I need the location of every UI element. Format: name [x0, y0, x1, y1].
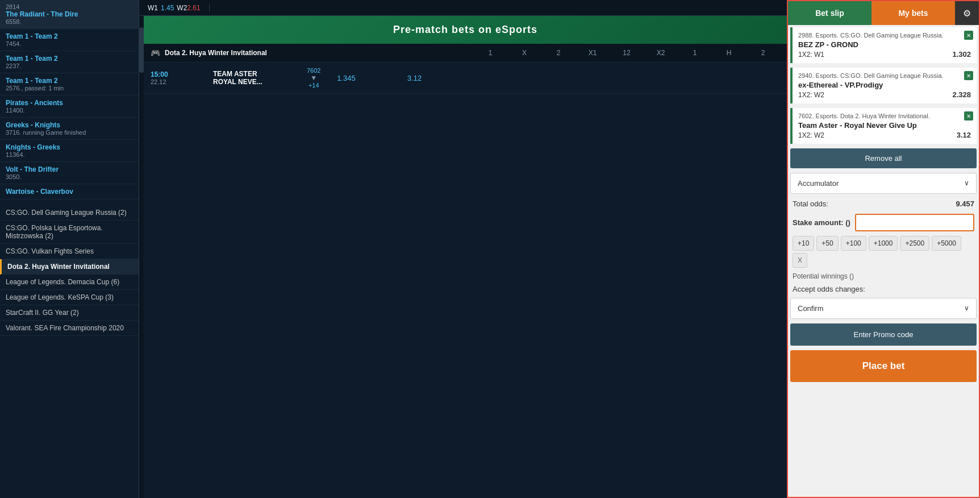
league-list: CS:GO. Dell Gaming League Russia (2) CS:…: [0, 205, 139, 336]
promo-code-button[interactable]: Enter Promo code: [790, 323, 977, 346]
place-bet-button[interactable]: Place bet: [790, 350, 977, 382]
tab-bet-slip[interactable]: Bet slip: [788, 1, 871, 25]
match-name: Team 1 - Team 2: [6, 55, 133, 63]
match-name: Pirates - Ancients: [6, 99, 133, 107]
list-item[interactable]: Team 1 - Team 2 2576., passed: 1 min: [0, 73, 139, 96]
match-name: Team 1 - Team 2: [6, 77, 133, 85]
bet-type-selector[interactable]: Accumulator ∨: [790, 173, 977, 194]
bet-market-3: 1X2: W2 3.12: [798, 131, 971, 139]
sidebar-item-csgo-polska[interactable]: CS:GO. Polska Liga Esportowa. Mistrzowsk…: [0, 221, 139, 244]
confirm-chevron-down-icon[interactable]: ∨: [957, 298, 976, 318]
bet-teams-1: BEZ ZP - GROND: [798, 40, 971, 49]
match-subtext: 7454.: [6, 40, 133, 47]
left-panel: 2814 The Radiant - The Dire 6558. Team 1…: [0, 0, 139, 498]
league-name: Valorant. SEA Fire Championship 2020: [6, 324, 133, 332]
sidebar-item-sc2[interactable]: StarCraft II. GG Year (2): [0, 305, 139, 321]
bet-odds-3: 3.12: [957, 131, 971, 139]
bet-odds-1: 1.302: [952, 50, 971, 59]
odd-cell-1b[interactable]: -: [533, 70, 568, 86]
bet-market-name-3: 1X2: W2: [798, 131, 824, 139]
match-name: Volt - The Drifter: [6, 165, 133, 173]
odds-header-1b: 1: [678, 49, 712, 57]
odd-cell-2[interactable]: 3.12: [397, 70, 431, 86]
list-item[interactable]: Team 1 - Team 2 2237.: [0, 51, 139, 73]
match-name: Greeks - Knights: [6, 121, 133, 129]
sidebar-item-lol-kespa[interactable]: League of Legends. KeSPA Cup (3): [0, 290, 139, 305]
odd-cell-x[interactable]: -: [363, 70, 397, 86]
odd-cell-x1[interactable]: -: [431, 70, 465, 86]
quick-stake-100[interactable]: +100: [841, 236, 866, 251]
list-item[interactable]: 2814 The Radiant - The Dire 6558.: [0, 0, 139, 29]
expand-arrow-icon[interactable]: ▼: [310, 74, 317, 82]
list-item[interactable]: Wartoise - Claverbov: [0, 184, 139, 200]
chevron-down-icon[interactable]: ∨: [957, 173, 976, 193]
gear-icon: ⚙: [963, 8, 971, 19]
remove-all-button[interactable]: Remove all: [790, 148, 977, 168]
match-subtext: 11400.: [6, 107, 133, 114]
accept-odds-label: Accept odds changes:: [788, 283, 979, 296]
quick-stake-2500[interactable]: +2500: [900, 236, 929, 251]
league-name: CS:GO. Polska Liga Esportowa. Mistrzowsk…: [6, 224, 133, 240]
league-name: StarCraft II. GG Year (2): [6, 309, 133, 317]
list-item[interactable]: Knights - Greeks 11364.: [0, 140, 139, 162]
league-name: Dota 2. Huya Winter Invitational: [7, 263, 133, 271]
close-bet-3-button[interactable]: ✕: [964, 111, 973, 121]
sidebar-item-valorant[interactable]: Valorant. SEA Fire Championship 2020: [0, 321, 139, 336]
event-id: 7602: [307, 67, 320, 74]
sidebar-item-csgo-dell[interactable]: CS:GO. Dell Gaming League Russia (2): [0, 205, 139, 221]
list-item[interactable]: Team 1 - Team 2 7454.: [0, 29, 139, 51]
more-bets[interactable]: +14: [308, 82, 319, 89]
quick-stake-50[interactable]: +50: [816, 236, 838, 251]
sidebar-item-dota2-huya[interactable]: Dota 2. Huya Winter Invitational: [0, 259, 139, 275]
bet-league-1: 2988. Esports. CS:GO. Dell Gaming League…: [798, 32, 971, 39]
match-time: 15:00: [151, 70, 213, 78]
odd-cell-2b[interactable]: -: [602, 70, 636, 86]
tab-my-bets[interactable]: My bets: [871, 1, 955, 25]
match-section-header: 🎮 Dota 2. Huya Winter Invitational 1 X 2…: [144, 44, 787, 63]
bet-item-3: ✕ 7602. Esports. Dota 2. Huya Winter Inv…: [790, 108, 977, 144]
close-bet-2-button[interactable]: ✕: [964, 71, 973, 80]
odds-header-x1: X1: [576, 49, 610, 57]
potential-winnings: Potential winnings (): [788, 270, 979, 283]
total-odds-label: Total odds:: [793, 200, 828, 208]
odd-cell-1[interactable]: 1.345: [329, 70, 363, 86]
score-odds1: 1.45: [161, 4, 174, 12]
quick-stake-1000[interactable]: +1000: [869, 236, 898, 251]
bet-odds-2: 2.328: [952, 90, 971, 99]
list-item[interactable]: Volt - The Drifter 3050.: [0, 162, 139, 184]
match-name: Team 1 - Team 2: [6, 32, 133, 40]
list-item[interactable]: Greeks - Knights 3716. running Game fini…: [0, 118, 139, 140]
score-team1: W1: [148, 4, 158, 12]
odd-cell-x2[interactable]: -: [499, 70, 533, 86]
list-item[interactable]: Pirates - Ancients 11400.: [0, 96, 139, 118]
match-name: Wartoise - Claverbov: [6, 188, 133, 196]
bet-market-name-1: 1X2: W1: [798, 51, 824, 59]
prematch-header: Pre-match bets on eSports: [144, 16, 787, 44]
match-row: 15:00 22.12 TEAM ASTER ROYAL NEVE... 760…: [144, 63, 787, 94]
odds-header-2: 2: [541, 49, 576, 57]
league-name: League of Legends. KeSPA Cup (3): [6, 293, 133, 301]
close-bet-1-button[interactable]: ✕: [964, 31, 973, 40]
quick-stake-10[interactable]: +10: [793, 236, 814, 251]
odds-header-12: 12: [610, 49, 644, 57]
sidebar-item-lol-demacia[interactable]: League of Legends. Demacia Cup (6): [0, 275, 139, 290]
sidebar-item-csgo-vulkan[interactable]: CS:GO. Vulkan Fights Series: [0, 244, 139, 259]
bet-slip-panel: Bet slip My bets ⚙ ✕ 2988. Esports. CS:G…: [787, 0, 980, 498]
odd-cell-12[interactable]: -: [465, 70, 499, 86]
confirm-selector[interactable]: Confirm ∨: [790, 298, 977, 319]
settings-button[interactable]: ⚙: [955, 1, 979, 25]
odds-header-x2: X2: [644, 49, 678, 57]
match-subtext: 2237.: [6, 63, 133, 69]
match-id: 2814: [6, 3, 133, 10]
clear-stake-button[interactable]: X: [793, 253, 807, 268]
odds-header-2b: 2: [746, 49, 780, 57]
odd-cell-h[interactable]: -: [568, 70, 602, 86]
league-name: CS:GO. Dell Gaming League Russia (2): [6, 209, 133, 217]
stake-input[interactable]: [855, 214, 974, 231]
quick-stakes: +10 +50 +100 +1000 +2500 +5000 X: [788, 234, 979, 270]
total-odds-value: 9.457: [956, 200, 974, 208]
quick-stake-5000[interactable]: +5000: [932, 236, 961, 251]
main-content: W1 1.45 W2 2.61 Pre-match bets on eSport…: [139, 0, 787, 498]
odds-headers: 1 X 2 X1 12 X2 1 H 2: [473, 49, 780, 57]
gamepad-icon: 🎮: [151, 48, 160, 57]
